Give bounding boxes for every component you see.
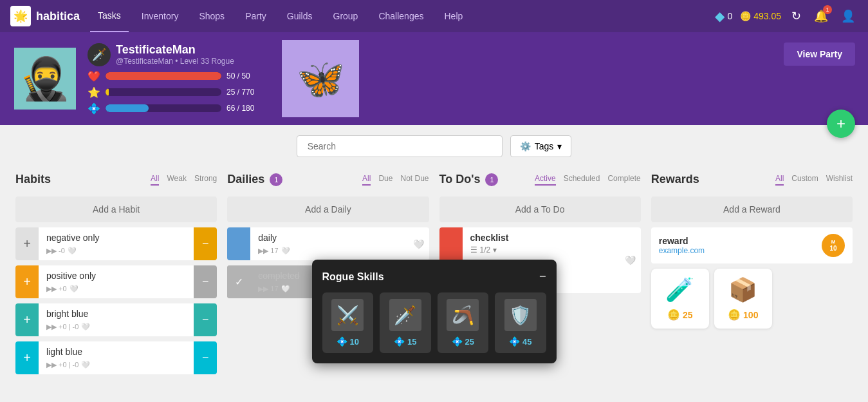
habit-left-btn[interactable]: + [15,303,39,336]
character-avatar: 🥷 [13,46,77,111]
xp-text: 25 / 770 [226,88,259,97]
nav-help[interactable]: Help [436,0,470,32]
refresh-btn[interactable]: ↻ [789,6,804,26]
dailies-header: Dailies 1 All Due Not Due [227,168,429,191]
dailies-tabs: All Due Not Due [362,174,429,186]
app-name: habitica [36,10,80,23]
nav-shops[interactable]: Shops [191,0,232,32]
rewards-column: Rewards All Custom Wishlist Add a Reward… [646,168,858,379]
reward-shop-grid: 🧪 🪙 25 📦 🪙 100 [651,269,853,329]
checklist-icon: ☰ [470,245,477,254]
reward-card-icon: 🧪 [665,276,694,303]
rewards-title: Rewards [651,173,699,186]
nav-challenges[interactable]: Challenges [371,0,431,32]
mana-icon: 💠 [509,336,520,347]
habit-stats: ▶▶ +0 | -0 🤍 [46,323,186,331]
todo-body: checklist ☰ 1/2 ▾ [463,227,620,260]
heart-icon: 🤍 [81,361,90,369]
dailies-tab-all[interactable]: All [362,174,371,186]
daily-fav-btn[interactable]: 🤍 [408,227,429,260]
dailies-tab-due[interactable]: Due [378,174,392,186]
hp-text: 50 / 50 [226,72,259,81]
tags-button[interactable]: ⚙️ Tags ▾ [510,135,572,157]
rewards-header: Rewards All Custom Wishlist [651,168,853,191]
habit-right-btn[interactable]: − [194,227,217,260]
habits-tab-weak[interactable]: Weak [167,174,186,186]
habit-left-btn[interactable]: + [15,265,39,298]
navbar: 🌟 habitica Tasks Inventory Shops Party G… [0,0,868,32]
char-name-row: 🗡️ TestificateMan @TestificateMan • Leve… [88,43,259,66]
skill-cost: 💠 25 [452,336,474,347]
habit-left-btn[interactable]: + [15,341,39,374]
char-level: @TestificateMan • Level 33 Rogue [116,57,234,66]
xp-icon: ⭐ [88,86,100,99]
tags-label: Tags [535,141,554,151]
nav-party[interactable]: Party [237,0,274,32]
reward-card[interactable]: 📦 🪙 100 [714,269,772,329]
fav-icon: 🤍 [281,285,290,293]
habit-stats: ▶▶ -0 🤍 [46,247,186,255]
habits-tab-strong[interactable]: Strong [194,174,217,186]
habit-title: light blue [46,347,186,357]
habits-header: Habits All Weak Strong [15,168,217,191]
reward-body: reward example.com [659,236,814,255]
add-todo-card[interactable]: Add a To Do [439,196,641,222]
todos-tab-active[interactable]: Active [535,174,556,186]
habit-left-btn[interactable]: + [15,227,39,260]
rewards-tab-wishlist[interactable]: Wishlist [826,174,853,186]
add-habit-card[interactable]: Add a Habit [15,196,217,222]
reward-cost-value: 10 [829,245,836,252]
rewards-tab-custom[interactable]: Custom [791,174,818,186]
todos-title: To Do's [439,173,481,186]
skills-header: Rogue Skills − [322,270,546,283]
add-reward-card[interactable]: Add a Reward [651,196,853,222]
notification-badge: 1 [823,5,832,14]
hp-bar: ❤️ 50 / 50 [88,70,259,82]
habit-right-btn[interactable]: − [194,303,217,336]
skill-icon: ⚔️ [331,299,364,331]
nav-inventory[interactable]: Inventory [134,0,187,32]
skill-icon: 🛡️ [504,299,537,331]
add-task-fab[interactable]: + [827,110,855,138]
skill-card[interactable]: ⚔️ 💠 10 [322,292,374,353]
rogue-skills-popup: Rogue Skills − ⚔️ 💠 10 🗡️ 💠 15 🪃 💠 25 [312,260,557,363]
todos-tab-complete[interactable]: Complete [607,174,640,186]
todos-tab-scheduled[interactable]: Scheduled [564,174,600,186]
daily-check-btn[interactable]: ✓ [227,265,250,298]
reward-card-cost: 🪙 25 [667,309,693,321]
notifications-btn[interactable]: 🔔 1 [811,6,831,26]
view-party-button[interactable]: View Party [784,43,855,66]
habit-right-btn[interactable]: − [194,265,217,298]
search-input[interactable] [297,135,503,157]
skill-card[interactable]: 🛡️ 💠 45 [495,292,546,353]
xp-track [106,88,221,96]
add-daily-card[interactable]: Add a Daily [227,196,429,222]
mana-icon: 💠 [337,336,347,347]
todo-fav-btn[interactable]: 🤍 [620,227,641,293]
habits-tab-all[interactable]: All [151,174,159,186]
reward-card[interactable]: 🧪 🪙 25 [651,269,709,329]
profile-btn[interactable]: 👤 [838,6,858,26]
reward-cost-currency-icon: M [831,239,836,245]
logo[interactable]: 🌟 habitica [10,6,80,26]
habit-right-btn[interactable]: − [194,341,217,374]
nav-guilds[interactable]: Guilds [279,0,320,32]
habit-item: + negative only ▶▶ -0 🤍 − [15,227,217,260]
habit-body: light blue ▶▶ +0 | -0 🤍 [39,341,194,374]
search-section: ⚙️ Tags ▾ [0,125,868,168]
navbar-right: ◆ 0 🪙 493.05 ↻ 🔔 1 👤 [715,6,858,26]
skill-card[interactable]: 🗡️ 💠 15 [380,292,431,353]
todo-chevron[interactable]: ▾ [493,245,497,254]
habit-item: + bright blue ▶▶ +0 | -0 🤍 − [15,303,217,336]
skills-close-btn[interactable]: − [539,270,546,283]
todos-badge: 1 [485,173,498,186]
nav-group[interactable]: Group [326,0,366,32]
dailies-tab-notdue[interactable]: Not Due [400,174,429,186]
nav-tasks[interactable]: Tasks [90,0,129,32]
gold-coin-icon: 🪙 [667,309,680,321]
rewards-tab-all[interactable]: All [775,174,784,186]
reward-link[interactable]: example.com [659,246,814,255]
skill-card[interactable]: 🪃 💠 25 [438,292,489,353]
habit-title: bright blue [46,309,186,319]
heart-icon: 🤍 [68,247,77,255]
